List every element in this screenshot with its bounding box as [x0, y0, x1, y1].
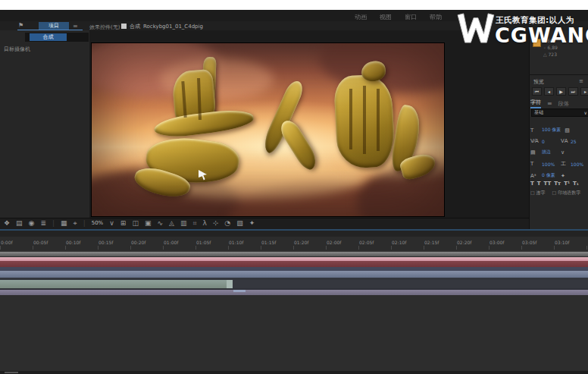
- style-toggle-button[interactable]: T: [530, 181, 534, 187]
- expression-icon[interactable]: λ: [202, 219, 206, 228]
- control-icon: 工: [561, 160, 568, 168]
- control-icon: V⁄A: [530, 138, 540, 144]
- checkbox[interactable]: □ 印地语数字: [552, 190, 581, 196]
- roi-icon[interactable]: ▣: [145, 219, 152, 228]
- style-toggle-button[interactable]: Tᴛ: [554, 181, 561, 187]
- control-icon: ▧: [565, 127, 572, 134]
- zoom-level-select[interactable]: 50%: [92, 219, 104, 228]
- control-value[interactable]: 25: [571, 139, 577, 144]
- layer-bar-maroon[interactable]: [0, 261, 588, 267]
- target-icon[interactable]: ⌖: [74, 219, 77, 228]
- separator: |: [83, 219, 86, 228]
- timecode-label: 00:05f: [33, 240, 66, 245]
- menu-bar: [0, 10, 588, 22]
- separator: |: [52, 219, 55, 228]
- bottom-strip-mark: [5, 372, 18, 373]
- info-line: ◦ 6,89: [543, 45, 558, 50]
- tab-character[interactable]: 字符: [530, 99, 541, 108]
- playback-button[interactable]: ▸: [580, 87, 588, 96]
- control-value[interactable]: 描边: [542, 149, 557, 156]
- info-line: ▸ 660: [543, 38, 558, 43]
- timecode-icon[interactable]: ◔: [224, 219, 230, 228]
- character-menu-icon[interactable]: ≡: [547, 100, 552, 107]
- composition-tab-name: Rockybg01_01_C4dpig: [143, 24, 203, 30]
- flowchart-icon[interactable]: ❖: [4, 219, 10, 228]
- layer-bar-teal[interactable]: [0, 280, 227, 288]
- tab-project[interactable]: 项目: [39, 22, 69, 30]
- ruler-icon[interactable]: ▥: [180, 219, 187, 228]
- playback-controls: ⏮◂▶⏭▸: [532, 87, 588, 96]
- control-value[interactable]: 100%: [542, 162, 557, 167]
- character-control-row: T 100% 工 100%: [530, 160, 586, 168]
- control-value[interactable]: 100%: [571, 162, 583, 167]
- font-family-value: 基础: [534, 109, 543, 116]
- menu-item[interactable]: 窗口: [405, 13, 417, 21]
- character-tab-bar: 字符 ≡ 段落: [530, 99, 569, 108]
- item-info-lines: ▸ 660◦ 6,89△ 723: [543, 38, 558, 57]
- project-item-label[interactable]: 目标摄像机: [4, 46, 30, 53]
- timecode-label: 02:20f: [457, 240, 489, 245]
- timecode-label: 00:15f: [99, 240, 131, 245]
- after-effects-window: { "colors": { "accent_blue": "#4f87c2", …: [0, 0, 588, 374]
- transparency-icon[interactable]: ▧: [236, 219, 243, 228]
- control-value[interactable]: 0 像素: [542, 172, 557, 179]
- chevron-down-icon[interactable]: ∨: [109, 219, 114, 228]
- tab-paragraph[interactable]: 段落: [558, 100, 569, 108]
- character-controls: T 100 像素 ▧ V⁄A 0 ꓦA 25 ▤ 描边 ∨ T 100% 工 1…: [530, 127, 586, 179]
- font-family-select[interactable]: 基础 ∨: [531, 108, 588, 117]
- viewer-toolbar-icons: ❖ ▤ ◉ ≣ | ▦ ⌖ | 50% ∨ ⊞ ◫ ▣ ∿ ◬ ▥ ⌗ λ ⊹ …: [4, 219, 255, 228]
- resolution-icon[interactable]: ⊹: [213, 219, 219, 228]
- menu-item[interactable]: 动画: [355, 13, 367, 21]
- timecode-label: 00:10f: [66, 240, 99, 245]
- solid-color-icon[interactable]: [533, 39, 541, 47]
- checkbox[interactable]: □ 连字: [530, 190, 546, 196]
- bottom-status-strip: [0, 371, 588, 374]
- timecode-label: 03:10f: [555, 240, 587, 245]
- timecode-label: 03:05f: [522, 240, 555, 245]
- proportional-grid-icon[interactable]: ⌗: [192, 219, 196, 228]
- style-toggle-button[interactable]: T: [537, 181, 541, 187]
- composition-image[interactable]: [91, 42, 445, 217]
- timecode-label: 02:10f: [392, 240, 424, 245]
- snapshot-icon[interactable]: ◉: [29, 219, 35, 228]
- menu-item[interactable]: 视图: [380, 13, 392, 21]
- playback-button[interactable]: ⏮: [532, 87, 542, 96]
- chevron-down-icon: ∨: [584, 110, 587, 115]
- timecode-label: 01:10f: [229, 240, 261, 245]
- region-icon[interactable]: ▤: [16, 219, 23, 228]
- control-icon: ∨: [561, 149, 568, 156]
- control-value[interactable]: 0: [542, 139, 557, 144]
- style-toggle-button[interactable]: T₁: [573, 181, 579, 187]
- control-value[interactable]: 100 像素: [542, 127, 561, 134]
- tab-composition[interactable]: 合成 Rockybg01_01_C4dpig: [121, 22, 311, 30]
- style-toggle-button[interactable]: T¹: [564, 181, 570, 187]
- show-snapshot-icon[interactable]: ≣: [40, 219, 46, 228]
- preview-menu-icon[interactable]: ≡: [579, 78, 583, 84]
- layer-bar-bluegray[interactable]: [0, 271, 588, 278]
- layer-bar-purple[interactable]: [0, 290, 588, 295]
- control-icon: Aᵃ: [530, 173, 540, 179]
- preview-panel-title: 预览: [533, 78, 544, 86]
- playback-button[interactable]: ◂: [544, 87, 554, 96]
- panel-menu-icon[interactable]: ≡: [73, 23, 78, 30]
- channels-icon[interactable]: ▦: [61, 219, 67, 228]
- menu-item[interactable]: 帮助: [430, 13, 442, 21]
- selected-project-item[interactable]: 合成: [30, 33, 67, 41]
- mask-icon[interactable]: ◫: [132, 219, 139, 228]
- composition-tab-prefix: 合成: [130, 23, 140, 30]
- grid-icon[interactable]: ⊞: [120, 219, 127, 228]
- composition-icon: [121, 24, 127, 29]
- character-control-row: Aᵃ 0 像素 ✦: [530, 172, 586, 179]
- playback-button[interactable]: ⏭: [568, 87, 578, 96]
- work-area-bar[interactable]: [0, 251, 588, 257]
- wave-icon[interactable]: ∿: [157, 219, 163, 228]
- style-toggle-button[interactable]: TT: [544, 181, 552, 187]
- fast-preview-icon[interactable]: ✦: [249, 219, 255, 228]
- timecode-label: 0:00f: [1, 240, 33, 245]
- playback-button[interactable]: ▶: [556, 87, 566, 96]
- control-icon: T: [530, 127, 540, 134]
- 3d-view-icon[interactable]: ◬: [169, 219, 174, 228]
- layer-bar-teal-endcap[interactable]: [227, 280, 233, 288]
- control-icon: ▤: [530, 149, 540, 156]
- timecode-label: 00:20f: [131, 240, 164, 245]
